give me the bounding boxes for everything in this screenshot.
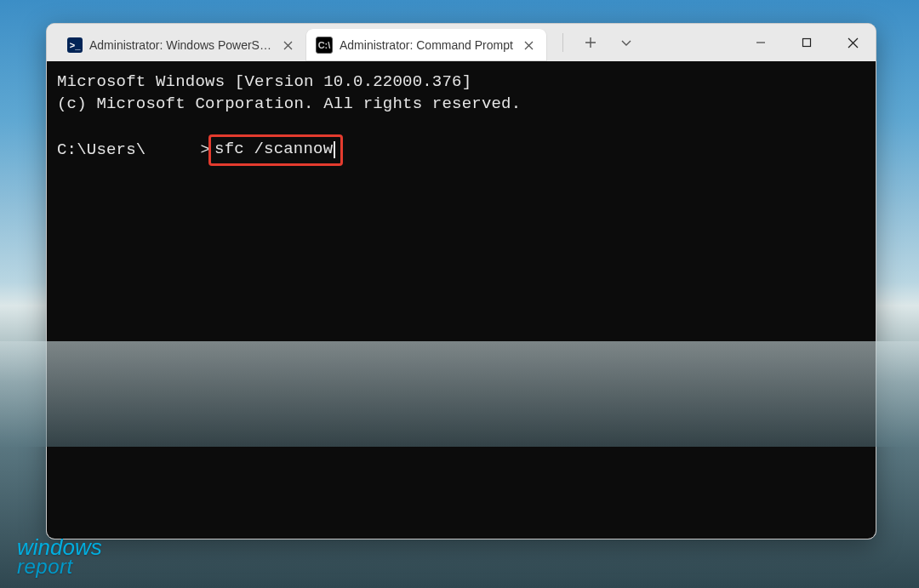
terminal-window: >_ Administrator: Windows PowerShell C:\…	[46, 23, 876, 539]
minimize-icon	[756, 37, 766, 48]
close-window-button[interactable]	[830, 24, 876, 61]
minimize-button[interactable]	[738, 24, 784, 61]
tab-label: Administrator: Command Prompt	[340, 38, 513, 52]
titlebar[interactable]: >_ Administrator: Windows PowerShell C:\…	[47, 24, 876, 62]
separator	[562, 33, 563, 52]
tab-powershell[interactable]: >_ Administrator: Windows PowerShell	[57, 29, 305, 61]
new-tab-button[interactable]	[579, 31, 602, 54]
close-icon	[283, 41, 293, 50]
close-tab-button[interactable]	[520, 36, 539, 54]
close-icon	[524, 41, 534, 50]
close-tab-button[interactable]	[278, 36, 297, 54]
svg-rect-0	[803, 39, 811, 47]
tab-label: Administrator: Windows PowerShell	[89, 38, 271, 52]
tab-dropdown-button[interactable]	[614, 31, 638, 54]
terminal-viewport[interactable]: Microsoft Windows [Version 10.0.22000.37…	[47, 61, 876, 539]
command-highlight: sfc /scannow	[208, 134, 343, 166]
chevron-down-icon	[620, 37, 632, 49]
powershell-icon: >_	[67, 37, 83, 53]
maximize-button[interactable]	[784, 24, 830, 61]
cmd-icon: C:\	[316, 37, 333, 54]
banner-line: (c) Microsoft Corporation. All rights re…	[57, 94, 865, 116]
redacted-username	[146, 141, 200, 159]
typed-command: sfc /scannow	[214, 139, 333, 161]
tab-actions	[547, 24, 647, 61]
tab-command-prompt[interactable]: C:\ Administrator: Command Prompt	[305, 29, 547, 61]
maximize-icon	[802, 37, 812, 48]
window-controls	[738, 24, 876, 61]
prompt-line: C:\Users\>sfc /scannow	[57, 134, 865, 166]
close-icon	[848, 37, 859, 49]
text-cursor	[334, 141, 335, 158]
watermark: windows report	[17, 538, 102, 576]
watermark-line: report	[17, 557, 102, 576]
prompt-prefix: C:\Users\	[57, 140, 146, 162]
plus-icon	[585, 37, 596, 49]
desktop-wallpaper: >_ Administrator: Windows PowerShell C:\…	[0, 0, 919, 588]
banner-line: Microsoft Windows [Version 10.0.22000.37…	[57, 71, 865, 94]
tab-strip: >_ Administrator: Windows PowerShell C:\…	[47, 24, 547, 61]
